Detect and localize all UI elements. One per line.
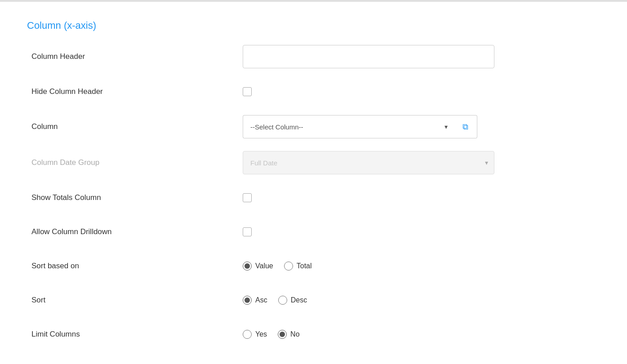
column-select-group: --Select Column-- ⧉ <box>243 115 477 138</box>
sort-label: Sort <box>27 296 243 305</box>
show-totals-column-label: Show Totals Column <box>27 193 243 202</box>
limit-columns-no-radio[interactable] <box>278 330 287 339</box>
sort-desc-label[interactable]: Desc <box>278 296 307 305</box>
sort-desc-text: Desc <box>291 296 307 304</box>
sort-based-on-value-label[interactable]: Value <box>243 262 273 271</box>
limit-columns-no-text: No <box>290 330 299 338</box>
sort-radio-group: Asc Desc <box>243 296 307 305</box>
show-totals-column-control <box>243 193 600 202</box>
sort-based-on-total-radio[interactable] <box>284 262 293 271</box>
show-totals-column-checkbox[interactable] <box>243 193 252 202</box>
column-header-label: Column Header <box>27 52 243 61</box>
column-date-group-select: Full Date <box>243 151 494 174</box>
limit-columns-yes-radio[interactable] <box>243 330 252 339</box>
sort-row: Sort Asc Desc <box>27 289 600 311</box>
sort-asc-text: Asc <box>255 296 267 304</box>
limit-columns-yes-text: Yes <box>255 330 267 338</box>
hide-column-header-row: Hide Column Header <box>27 81 600 102</box>
allow-column-drilldown-checkbox[interactable] <box>243 227 252 236</box>
sort-asc-label[interactable]: Asc <box>243 296 267 305</box>
column-date-group-label: Column Date Group <box>27 158 243 167</box>
sort-based-on-label: Sort based on <box>27 262 243 271</box>
hide-column-header-control <box>243 87 600 96</box>
limit-columns-no-label[interactable]: No <box>278 330 299 339</box>
column-control: --Select Column-- ⧉ <box>243 115 600 138</box>
allow-column-drilldown-label: Allow Column Drilldown <box>27 227 243 236</box>
column-row: Column --Select Column-- ⧉ <box>27 115 600 138</box>
sort-based-on-row: Sort based on Value Total <box>27 255 600 277</box>
allow-column-drilldown-row: Allow Column Drilldown <box>27 221 600 243</box>
form-container: Column (x-axis) Column Header Hide Colum… <box>0 2 627 364</box>
column-header-row: Column Header <box>27 45 600 68</box>
hide-column-header-label: Hide Column Header <box>27 87 243 96</box>
column-external-link-button[interactable]: ⧉ <box>454 115 477 138</box>
sort-desc-radio[interactable] <box>278 296 287 305</box>
limit-columns-row: Limit Columns Yes No <box>27 324 600 345</box>
column-header-input[interactable] <box>243 45 494 68</box>
show-totals-column-row: Show Totals Column <box>27 187 600 209</box>
allow-column-drilldown-control <box>243 227 600 236</box>
full-date-wrapper: Full Date <box>243 151 494 174</box>
sort-control: Asc Desc <box>243 296 600 305</box>
sort-asc-radio[interactable] <box>243 296 252 305</box>
limit-columns-label: Limit Columns <box>27 330 243 339</box>
limit-columns-radio-group: Yes No <box>243 330 300 339</box>
section-title: Column (x-axis) <box>27 20 600 31</box>
limit-columns-yes-label[interactable]: Yes <box>243 330 267 339</box>
column-select-wrapper: --Select Column-- <box>243 115 454 138</box>
column-label: Column <box>27 122 243 131</box>
external-link-icon: ⧉ <box>462 122 468 132</box>
limit-columns-control: Yes No <box>243 330 600 339</box>
sort-based-on-value-radio[interactable] <box>243 262 252 271</box>
column-header-control <box>243 45 600 68</box>
sort-based-on-total-text: Total <box>297 262 312 270</box>
sort-based-on-total-label[interactable]: Total <box>284 262 312 271</box>
sort-based-on-value-text: Value <box>255 262 273 270</box>
column-select[interactable]: --Select Column-- <box>243 115 454 138</box>
hide-column-header-checkbox[interactable] <box>243 87 252 96</box>
sort-based-on-control: Value Total <box>243 262 600 271</box>
column-date-group-control: Full Date <box>243 151 600 174</box>
column-date-group-row: Column Date Group Full Date <box>27 151 600 174</box>
sort-based-on-radio-group: Value Total <box>243 262 312 271</box>
